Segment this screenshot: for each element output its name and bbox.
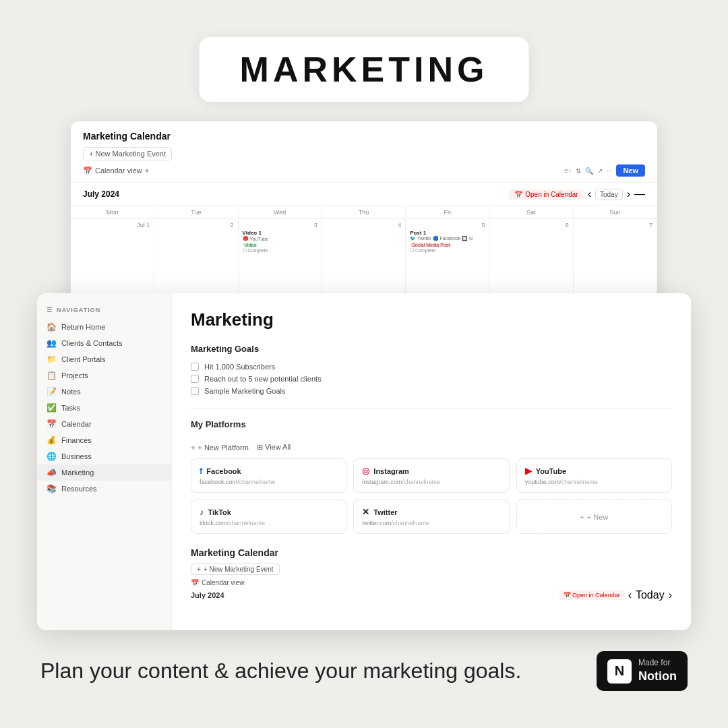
platform-grid-row2: ♪ TikTok tiktok.com/channelname ✕ Twitte…	[191, 499, 672, 534]
platform-youtube[interactable]: ▶ YouTube youtube.com/channelname	[516, 458, 672, 493]
resources-icon: 📚	[47, 484, 56, 493]
new-platform-card[interactable]: + + New	[516, 499, 672, 534]
notion-logo: N	[607, 659, 632, 684]
twitter-icon: ✕	[362, 507, 369, 517]
new-platform-button[interactable]: + + New Platform	[191, 443, 249, 452]
prev-month-mini[interactable]: ‹	[628, 589, 632, 601]
title-box: MARKETING	[200, 37, 529, 102]
platform-facebook[interactable]: f Facebook facebook.com/channelname	[191, 458, 346, 493]
more-icon[interactable]: ···	[607, 167, 612, 175]
next-month-mini[interactable]: ›	[669, 589, 672, 601]
tiktok-icon: ♪	[200, 507, 204, 517]
day-mon: Mon	[71, 206, 154, 218]
plus-new-icon: +	[580, 513, 584, 521]
divider-1	[191, 408, 672, 408]
instagram-url: instagram.com/channelname	[362, 479, 500, 485]
search-icon[interactable]: 🔍	[585, 167, 593, 175]
cal-view-mini: 📅 Calendar view	[191, 579, 672, 586]
open-calendar-mini-btn[interactable]: 📅 Open in Calendar	[559, 590, 624, 600]
cal-title: Marketing Calendar	[83, 131, 645, 142]
cal-toolbar: ≡↑ ⇅ 🔍 ↗ ··· New	[564, 164, 645, 177]
platform-grid-row1: f Facebook facebook.com/channelname ◎ In…	[191, 458, 672, 493]
event-post1-title: Post 1	[410, 230, 485, 236]
platforms-header: My Platforms	[191, 419, 672, 436]
event-post1-tag: Social Media Post	[410, 243, 452, 247]
day-fri: Fri	[406, 206, 489, 218]
calendar-icon: 📅	[47, 419, 56, 429]
day-thu: Thu	[322, 206, 406, 218]
page-title: MARKETING	[240, 49, 489, 90]
notion-logo-icon: N	[615, 663, 624, 679]
portals-icon: 📁	[47, 355, 56, 364]
today-mini[interactable]: Today	[636, 589, 665, 601]
marketing-icon: 📣	[47, 468, 56, 477]
event-post1-platform: 🐦 Twitter 🔵 Facebook 🔲 N	[410, 236, 485, 241]
tiktok-url: tiktok.com/channelname	[200, 520, 338, 526]
new-event-button[interactable]: + New Marketing Event	[83, 147, 172, 160]
day-sat: Sat	[489, 206, 573, 218]
platform-instagram[interactable]: ◎ Instagram instagram.com/channelname	[353, 458, 509, 493]
cal-section-title-main: Marketing Calendar	[191, 547, 672, 558]
facebook-title: f Facebook	[200, 466, 338, 476]
facebook-icon: f	[200, 466, 202, 476]
sidebar-item-notes[interactable]: 📝 Notes	[37, 384, 171, 400]
goal-item-1: Hit 1,000 Subscribers	[191, 361, 672, 373]
instagram-title: ◎ Instagram	[362, 466, 500, 476]
prev-month-button[interactable]: ‹	[588, 188, 591, 200]
share-icon[interactable]: ↗	[597, 167, 603, 175]
cal-bottom-month: July 2024	[191, 591, 224, 599]
goals-section-title: Marketing Goals	[191, 344, 672, 354]
platform-twitter[interactable]: ✕ Twitter twitter.com/channelname	[353, 499, 509, 534]
cal-bottom-controls: 📅 Open in Calendar ‹ Today ›	[559, 589, 672, 601]
day-sun: Sun	[574, 206, 657, 218]
open-in-calendar-button[interactable]: 📅 Open in Calendar	[509, 189, 583, 200]
calendar-icon: 📅	[83, 166, 92, 175]
view-all-button[interactable]: ⊞ View All	[257, 443, 291, 452]
sidebar-item-business[interactable]: 🌐 Business	[37, 448, 171, 464]
sidebar-item-clients[interactable]: 👥 Clients & Contacts	[37, 335, 171, 351]
filter-icon[interactable]: ≡↑	[564, 167, 572, 175]
collapse-button[interactable]: —	[634, 188, 645, 200]
today-button[interactable]: Today	[595, 189, 623, 200]
platforms-section-title: My Platforms	[191, 419, 246, 429]
new-event-mini-btn[interactable]: + + New Marketing Event	[191, 564, 280, 575]
new-button[interactable]: New	[616, 164, 645, 177]
sidebar-item-marketing[interactable]: 📣 Marketing	[37, 464, 171, 481]
notion-badge: N Made for Notion	[597, 651, 688, 691]
youtube-icon: ▶	[525, 466, 532, 476]
calendar-small-icon: 📅	[514, 191, 522, 198]
goal-checkbox-1[interactable]	[191, 363, 199, 371]
event-video1-platform: 🔴 YouTube	[243, 236, 317, 241]
event-video1-title: Video 1	[243, 230, 317, 236]
sidebar: ☰ NAVIGATION 🏠 Return Home 👥 Clients & C…	[37, 293, 172, 630]
youtube-title: ▶ YouTube	[525, 466, 663, 476]
cal-month-controls: 📅 Open in Calendar ‹ Today › —	[509, 188, 645, 200]
notion-badge-bottom: Notion	[638, 669, 677, 684]
goal-checkbox-3[interactable]	[191, 387, 199, 395]
notes-icon: 📝	[47, 387, 56, 396]
tasks-icon: ✅	[47, 403, 56, 413]
sidebar-item-return-home[interactable]: 🏠 Return Home	[37, 319, 171, 335]
platform-actions: + + New Platform ⊞ View All	[191, 443, 672, 452]
facebook-url: facebook.com/channelname	[200, 479, 338, 485]
next-month-button[interactable]: ›	[627, 188, 630, 200]
plus-cal-icon: +	[197, 566, 201, 573]
platform-tiktok[interactable]: ♪ TikTok tiktok.com/channelname	[191, 499, 346, 534]
goal-item-2: Reach out to 5 new potential clients	[191, 373, 672, 385]
cal-view-row: 📅 Calendar view + ≡↑ ⇅ 🔍 ↗ ··· New	[83, 164, 645, 177]
clients-icon: 👥	[47, 338, 56, 348]
twitter-url: twitter.com/channelname	[362, 520, 500, 526]
marketing-page-title: Marketing	[191, 309, 672, 330]
sort-icon[interactable]: ⇅	[576, 167, 581, 175]
sidebar-item-finances[interactable]: 💰 Finances	[37, 432, 171, 448]
sidebar-item-tasks[interactable]: ✅ Tasks	[37, 400, 171, 416]
sidebar-item-projects[interactable]: 📋 Projects	[37, 367, 171, 384]
goal-checkbox-2[interactable]	[191, 375, 199, 383]
finances-icon: 💰	[47, 435, 56, 445]
cal-view-label: 📅 Calendar view +	[83, 166, 149, 175]
cal-month-row: July 2024 📅 Open in Calendar ‹ Today › —	[71, 183, 657, 206]
sidebar-item-calendar[interactable]: 📅 Calendar	[37, 416, 171, 432]
sidebar-item-portals[interactable]: 📁 Client Portals	[37, 351, 171, 367]
hamburger-icon: ☰	[47, 307, 53, 313]
sidebar-item-resources[interactable]: 📚 Resources	[37, 481, 171, 497]
